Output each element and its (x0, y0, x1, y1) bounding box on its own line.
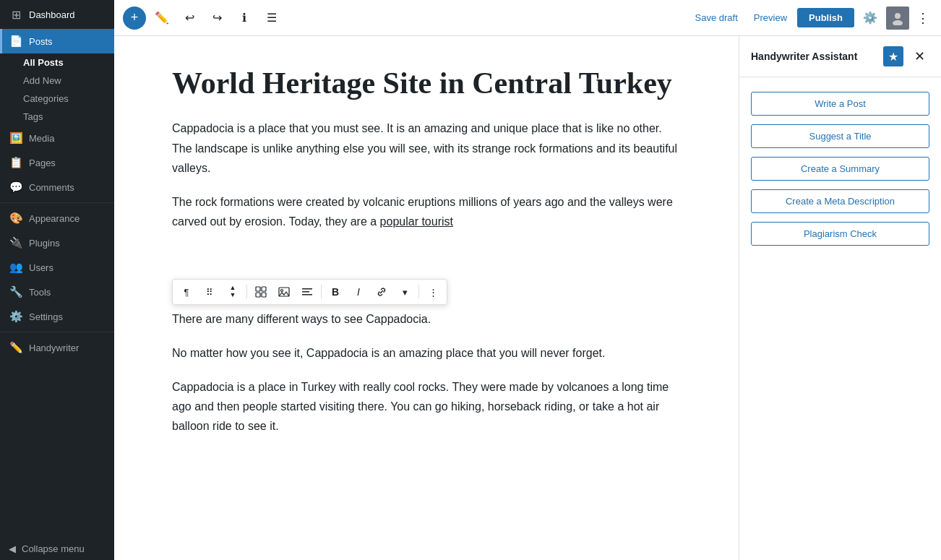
toolbar-more-btn[interactable]: ⋮ (422, 281, 444, 303)
main-area: + ✏️ ↩ ↪ ℹ ☰ Save draft Preview Publish … (114, 0, 941, 560)
submenu-add-new[interactable]: Add New (0, 72, 114, 90)
toolbar-italic-btn[interactable]: I (348, 281, 369, 303)
dashboard-icon: ⊞ (9, 7, 23, 22)
add-block-button[interactable]: + (123, 7, 146, 30)
list-view-button[interactable]: ☰ (260, 7, 283, 30)
sidebar-settings-label: Settings (29, 311, 63, 322)
sidebar: ⊞ Dashboard 📄 Posts All Posts Add New Ca… (0, 0, 114, 560)
toolbar-divider-1 (246, 285, 247, 299)
toolbar-align-btn[interactable] (296, 281, 318, 303)
paragraph-5[interactable]: No matter how you see it, Cappadocia is … (172, 343, 681, 363)
sidebar-dashboard-label: Dashboard (29, 9, 75, 20)
save-draft-button[interactable]: Save draft (689, 9, 744, 26)
collapse-arrow-icon: ◀ (9, 543, 16, 554)
svg-rect-8 (302, 288, 312, 290)
toolbar-divider-2 (321, 285, 322, 299)
toolbar-move-btn[interactable]: ▲▼ (222, 281, 244, 303)
info-button[interactable]: ℹ (233, 7, 256, 30)
comments-icon: 💬 (9, 181, 23, 194)
toolbar-paragraph-btn[interactable]: ¶ (176, 281, 197, 303)
paragraph-6[interactable]: Cappadocia is a place in Turkey with rea… (172, 377, 681, 436)
svg-rect-10 (302, 294, 312, 296)
create-meta-description-button[interactable]: Create a Meta Description (751, 189, 929, 213)
toolbar-dropdown-btn[interactable]: ▾ (394, 281, 416, 303)
handywriter-panel: Handywriter Assistant ★ ✕ Write a Post S… (739, 36, 941, 560)
sidebar-divider-1 (0, 202, 114, 203)
inline-toolbar: ¶ ⠿ ▲▼ B (172, 279, 447, 305)
svg-rect-3 (262, 287, 266, 291)
submenu-tags[interactable]: Tags (0, 108, 114, 126)
sidebar-pages-label: Pages (29, 158, 56, 168)
toolbar-link-btn[interactable] (371, 281, 392, 303)
undo-button[interactable]: ↩ (178, 7, 201, 30)
editor-area: World Heritage Site in Central Turkey Ca… (114, 36, 941, 560)
toolbar-drag-btn[interactable]: ⠿ (199, 281, 220, 303)
panel-header: Handywriter Assistant ★ ✕ (739, 36, 941, 77)
svg-point-0 (895, 13, 901, 19)
sidebar-comments-label: Comments (29, 182, 74, 193)
redo-button[interactable]: ↪ (205, 7, 228, 30)
sidebar-posts-label: Posts (29, 36, 53, 47)
handywriter-icon: ✏️ (9, 341, 23, 354)
edit-mode-button[interactable]: ✏️ (150, 7, 173, 30)
sidebar-plugins-label: Plugins (29, 238, 60, 249)
editor[interactable]: World Heritage Site in Central Turkey Ca… (114, 36, 739, 560)
users-icon: 👥 (9, 261, 23, 274)
post-title[interactable]: World Heritage Site in Central Turkey (172, 65, 681, 101)
svg-rect-9 (302, 291, 309, 293)
post-content[interactable]: Cappadocia is a place that you must see.… (172, 119, 681, 436)
toolbar-divider-3 (418, 285, 419, 299)
publish-button[interactable]: Publish (797, 8, 854, 27)
posts-submenu: All Posts Add New Categories Tags (0, 53, 114, 126)
panel-header-icons: ★ ✕ (883, 46, 929, 66)
panel-close-button[interactable]: ✕ (909, 46, 929, 66)
toolbar-bold-btn[interactable]: B (325, 281, 346, 303)
svg-rect-4 (256, 293, 260, 297)
settings-gear-button[interactable]: ⚙️ (859, 7, 882, 30)
sidebar-item-appearance[interactable]: 🎨 Appearance (0, 206, 114, 231)
sidebar-item-users[interactable]: 👥 Users (0, 255, 114, 280)
panel-title: Handywriter Assistant (751, 51, 857, 62)
topbar-right: Save draft Preview Publish ⚙️ ⋮ (689, 7, 932, 30)
sidebar-item-settings[interactable]: ⚙️ Settings (0, 304, 114, 329)
sidebar-item-handywriter[interactable]: ✏️ Handywriter (0, 335, 114, 360)
paragraph-1[interactable]: Cappadocia is a place that you must see.… (172, 119, 681, 178)
plugins-icon: 🔌 (9, 236, 23, 249)
sidebar-handywriter-label: Handywriter (29, 343, 79, 353)
preview-button[interactable]: Preview (748, 9, 793, 26)
pages-icon: 📋 (9, 156, 23, 169)
collapse-menu-label: Collapse menu (22, 543, 85, 554)
submenu-categories[interactable]: Categories (0, 90, 114, 108)
topbar-more-button[interactable]: ⋮ (914, 7, 932, 29)
paragraph-4[interactable]: There are many different ways to see Cap… (172, 309, 681, 329)
sidebar-item-comments[interactable]: 💬 Comments (0, 175, 114, 199)
toolbar-image-btn[interactable] (273, 281, 295, 303)
appearance-icon: 🎨 (9, 212, 23, 225)
settings-icon: ⚙️ (9, 310, 23, 323)
toolbar-table-btn[interactable] (250, 281, 272, 303)
create-summary-button[interactable]: Create a Summary (751, 157, 929, 181)
sidebar-appearance-label: Appearance (29, 213, 80, 224)
plagiarism-check-button[interactable]: Plagiarism Check (751, 222, 929, 246)
media-icon: 🖼️ (9, 132, 23, 145)
sidebar-item-media[interactable]: 🖼️ Media (0, 126, 114, 150)
posts-icon: 📄 (9, 35, 23, 48)
sidebar-item-plugins[interactable]: 🔌 Plugins (0, 231, 114, 255)
sidebar-item-dashboard[interactable]: ⊞ Dashboard (0, 0, 114, 29)
sidebar-item-tools[interactable]: 🔧 Tools (0, 280, 114, 304)
sidebar-item-pages[interactable]: 📋 Pages (0, 150, 114, 175)
tools-icon: 🔧 (9, 285, 23, 298)
user-avatar[interactable] (886, 7, 909, 30)
sidebar-divider-2 (0, 332, 114, 332)
panel-star-button[interactable]: ★ (883, 46, 903, 66)
collapse-menu-button[interactable]: ◀ Collapse menu (0, 538, 114, 560)
svg-point-7 (281, 290, 283, 292)
submenu-all-posts[interactable]: All Posts (0, 53, 114, 72)
topbar: + ✏️ ↩ ↪ ℹ ☰ Save draft Preview Publish … (114, 0, 941, 36)
svg-rect-2 (256, 287, 260, 291)
suggest-title-button[interactable]: Suggest a Title (751, 124, 929, 148)
paragraph-2[interactable]: The rock formations were created by volc… (172, 192, 681, 231)
sidebar-users-label: Users (29, 262, 53, 273)
write-post-button[interactable]: Write a Post (751, 92, 929, 116)
sidebar-item-posts[interactable]: 📄 Posts (0, 29, 114, 53)
